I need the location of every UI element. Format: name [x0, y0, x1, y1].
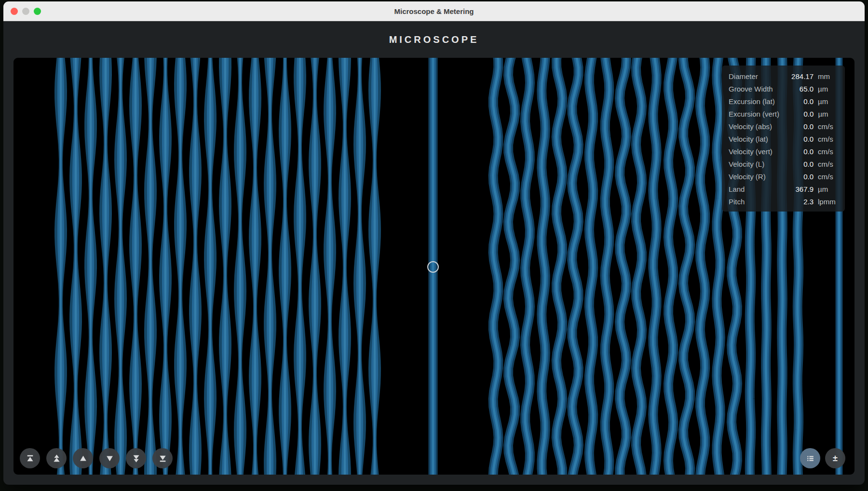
app-window: Microscope & Metering MICROSCOPE Diamete… — [3, 1, 865, 485]
title-bar[interactable]: Microscope & Metering — [3, 1, 865, 21]
zoom-icon[interactable] — [34, 8, 41, 15]
metering-label: Excursion (vert) — [729, 110, 779, 118]
metering-row: Land 367.9 µm — [729, 183, 839, 195]
fast-down-icon — [132, 454, 141, 463]
window-title: Microscope & Metering — [394, 7, 474, 15]
metering-value: 65.0 — [779, 85, 814, 93]
fast-down-button[interactable] — [126, 448, 146, 468]
metering-value: 0.0 — [779, 147, 814, 156]
metering-unit: cm/s — [818, 147, 839, 156]
skip-up-icon — [26, 454, 35, 463]
metering-unit: µm — [818, 185, 839, 193]
down-icon — [105, 454, 114, 463]
metering-label: Velocity (R) — [729, 173, 779, 181]
section-header: MICROSCOPE — [3, 21, 865, 58]
metering-value: 0.0 — [779, 97, 814, 106]
page-title: MICROSCOPE — [389, 34, 479, 45]
metering-row: Velocity (vert) 0.0 cm/s — [729, 145, 839, 158]
metering-label: Velocity (L) — [729, 160, 779, 168]
metering-row: Velocity (L) 0.0 cm/s — [729, 158, 839, 170]
metering-label: Velocity (abs) — [729, 122, 779, 131]
step-up-button[interactable] — [73, 448, 93, 468]
metering-unit: cm/s — [818, 160, 839, 168]
metering-unit: µm — [818, 110, 839, 118]
metering-unit: lpmm — [818, 198, 839, 206]
fast-up-button[interactable] — [46, 448, 67, 468]
metering-unit: cm/s — [818, 122, 839, 131]
metering-unit: mm — [818, 72, 839, 80]
close-icon[interactable] — [11, 8, 18, 15]
traffic-lights — [11, 1, 41, 21]
metering-panel: Diameter 284.17 mm Groove Width 65.0 µm … — [722, 66, 845, 212]
metering-unit: cm/s — [818, 173, 839, 181]
metering-list-icon — [806, 454, 815, 463]
plus-minus-button[interactable]: ± — [825, 448, 845, 468]
skip-down-icon — [158, 454, 167, 463]
groove-nav-toolbar — [20, 448, 173, 468]
minimize-icon — [22, 8, 29, 15]
metering-row: Velocity (abs) 0.0 cm/s — [729, 120, 839, 133]
fast-up-icon — [52, 454, 61, 463]
metering-row: Excursion (vert) 0.0 µm — [729, 107, 839, 120]
metering-label: Velocity (vert) — [729, 147, 779, 156]
metering-unit: µm — [818, 97, 839, 106]
plus-minus-icon: ± — [833, 454, 838, 463]
metering-label: Groove Width — [729, 85, 779, 93]
metering-value: 284.17 — [779, 72, 814, 80]
metering-label: Diameter — [729, 72, 779, 80]
metering-value: 0.0 — [779, 160, 814, 168]
microscope-view[interactable]: Diameter 284.17 mm Groove Width 65.0 µm … — [14, 58, 854, 475]
metering-label: Excursion (lat) — [729, 97, 779, 106]
metering-value: 367.9 — [779, 185, 814, 193]
step-down-button[interactable] — [99, 448, 120, 468]
metering-row: Velocity (lat) 0.0 cm/s — [729, 133, 839, 145]
metering-value: 0.0 — [779, 173, 814, 181]
metering-row: Diameter 284.17 mm — [729, 70, 839, 82]
skip-up-button[interactable] — [20, 448, 40, 468]
metering-label: Velocity (lat) — [729, 135, 779, 143]
up-icon — [79, 454, 88, 463]
metering-unit: µm — [818, 85, 839, 93]
metering-value: 0.0 — [779, 122, 814, 131]
metering-label: Pitch — [729, 198, 779, 206]
view-options-toolbar: ± — [800, 448, 845, 468]
metering-label: Land — [729, 185, 779, 193]
metering-row: Pitch 2.3 lpmm — [729, 195, 839, 208]
metering-value: 0.0 — [779, 110, 814, 118]
metering-value: 2.3 — [779, 198, 814, 206]
metering-value: 0.0 — [779, 135, 814, 143]
metering-toggle-button[interactable] — [800, 448, 820, 468]
metering-row: Excursion (lat) 0.0 µm — [729, 95, 839, 107]
metering-row: Groove Width 65.0 µm — [729, 82, 839, 95]
metering-unit: cm/s — [818, 135, 839, 143]
skip-down-button[interactable] — [152, 448, 173, 468]
metering-row: Velocity (R) 0.0 cm/s — [729, 170, 839, 183]
